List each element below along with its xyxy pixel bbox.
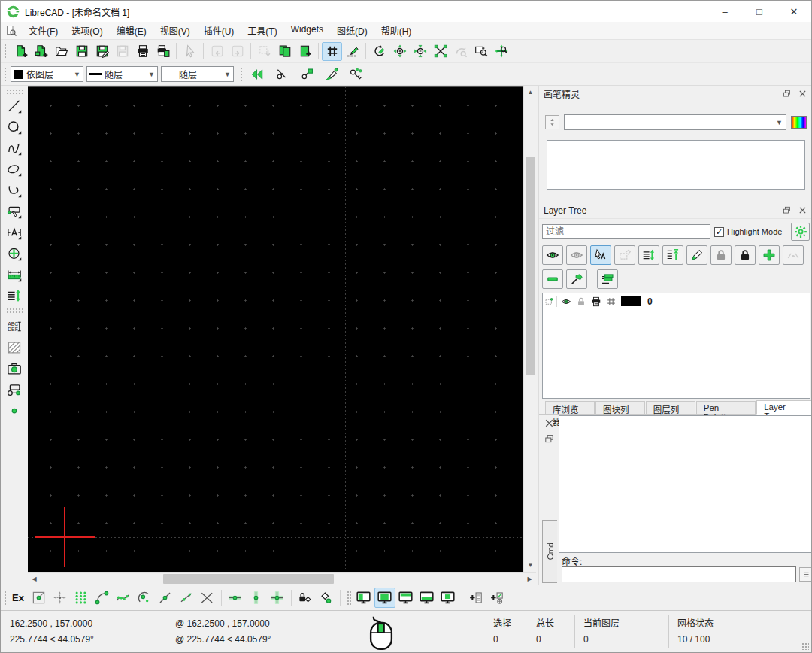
command-input[interactable] — [562, 566, 796, 582]
tab-pen-palette[interactable]: Pen Palette — [696, 401, 756, 414]
menu-item-3[interactable]: 视图(V) — [153, 22, 197, 39]
toolbar-drag-handle[interactable] — [6, 89, 23, 94]
show-all-layers-button[interactable] — [542, 245, 563, 265]
menu-item-1[interactable]: 选项(O) — [65, 22, 109, 39]
zoom-in-button[interactable] — [389, 42, 410, 61]
zoom-window-button[interactable] — [471, 42, 491, 61]
tool-hatch-button[interactable] — [3, 337, 26, 358]
tool-block-button[interactable] — [3, 379, 26, 400]
restrict-orthogonal-button[interactable] — [267, 588, 288, 608]
layer-filter-input[interactable] — [542, 224, 710, 239]
undo-button[interactable] — [207, 42, 227, 61]
close-button[interactable]: ✕ — [777, 1, 811, 22]
zoom-out-button[interactable] — [410, 42, 430, 61]
print-button[interactable] — [132, 42, 153, 61]
zoom-pan-button[interactable] — [491, 42, 511, 61]
back-button[interactable] — [247, 65, 267, 84]
add-drawing-widget-button[interactable] — [486, 588, 508, 608]
snap-on-entity-button[interactable] — [113, 588, 134, 608]
tool-measure-button[interactable] — [3, 264, 26, 285]
pen-wizard-updown-button[interactable] — [545, 115, 559, 129]
tool-image-button[interactable] — [3, 358, 26, 379]
tool-circle-button[interactable] — [3, 117, 26, 138]
tool-dimension-button[interactable] — [3, 222, 26, 243]
tool-ellipse-button[interactable] — [3, 159, 26, 180]
snap-grid-button[interactable] — [50, 588, 71, 608]
copy-pen-button[interactable] — [321, 65, 341, 84]
drawing-canvas[interactable] — [28, 86, 523, 572]
pen-linetype-combo[interactable]: 随层 ▼ — [161, 66, 234, 82]
vertical-scroll-thumb[interactable] — [526, 157, 535, 375]
construction-layer-icon[interactable] — [544, 296, 557, 307]
copy-button[interactable] — [274, 42, 295, 61]
close-panel-icon[interactable] — [797, 88, 808, 99]
dock-area-bottom-button[interactable] — [417, 588, 438, 608]
menu-item-4[interactable]: 插件(U) — [197, 22, 241, 39]
move-layer-to-top-button[interactable] — [662, 245, 683, 265]
menu-item-0[interactable]: 文件(F) — [22, 22, 65, 39]
layer-row[interactable]: 0 — [543, 293, 810, 309]
toolbar-drag-handle[interactable] — [346, 590, 351, 606]
save-file-button[interactable] — [71, 42, 92, 61]
layer-print-icon[interactable] — [589, 296, 602, 307]
dock-area-floating-button[interactable] — [438, 588, 459, 608]
toolbar-drag-handle[interactable] — [3, 590, 8, 606]
sort-layers-button[interactable] — [638, 245, 659, 265]
toggle-grid-button[interactable] — [322, 42, 342, 61]
minimize-button[interactable]: – — [707, 1, 742, 22]
tool-circle-center-button[interactable] — [3, 243, 26, 264]
toggle-construction-layer-button[interactable] — [783, 245, 804, 265]
save-as-button[interactable] — [92, 42, 112, 61]
add-command-widget-button[interactable] — [465, 588, 486, 608]
lock-all-layers-button[interactable] — [735, 245, 756, 265]
tool-order-button[interactable] — [3, 285, 26, 306]
apply-pen-to-entity-button[interactable] — [296, 65, 317, 84]
toolbar-drag-handle[interactable] — [3, 43, 8, 59]
layer-lock-icon[interactable] — [574, 296, 587, 307]
pen-color-combo[interactable]: 依图层 ▼ — [11, 66, 83, 82]
move-entities-to-layer-button[interactable] — [597, 269, 618, 289]
toolbar-drag-handle[interactable] — [3, 66, 8, 83]
horizontal-scrollbar[interactable]: ◀ ▶ — [28, 572, 536, 585]
redraw-button[interactable] — [369, 42, 389, 61]
tool-curve-button[interactable] — [3, 180, 26, 201]
dim-other-layers-button[interactable] — [614, 245, 635, 265]
new-file-button[interactable] — [11, 42, 31, 61]
layer-list[interactable]: 0 — [542, 293, 810, 399]
new-from-template-button[interactable] — [31, 42, 51, 61]
restrict-vertical-button[interactable] — [246, 588, 267, 608]
float-panel-icon[interactable] — [544, 433, 555, 445]
float-panel-icon[interactable] — [781, 88, 792, 99]
tab-library-browser[interactable]: 库浏览器 — [545, 401, 595, 414]
copy-pen-to-selection-button[interactable] — [346, 65, 366, 84]
snap-free-button[interactable] — [29, 588, 50, 608]
tab-layer-list[interactable]: 图层列表 — [646, 401, 695, 414]
layer-construction-grid-icon[interactable] — [604, 296, 617, 307]
dock-area-top-button[interactable] — [395, 588, 417, 608]
tool-mtext-button[interactable]: ABCDEF — [3, 316, 26, 337]
paste-button[interactable] — [295, 42, 315, 61]
snap-middle-button[interactable] — [155, 588, 176, 608]
maximize-button[interactable]: □ — [742, 1, 777, 22]
set-relative-zero-button[interactable] — [316, 588, 337, 608]
menu-item-6[interactable]: Widgets — [284, 22, 330, 39]
layer-name[interactable]: 0 — [647, 296, 653, 307]
tool-line-button[interactable] — [3, 96, 26, 117]
command-tab[interactable]: Cmd — [542, 520, 557, 583]
tool-point-button[interactable] — [3, 400, 26, 421]
cut-button[interactable] — [254, 42, 274, 61]
scroll-up-icon[interactable]: ▲ — [524, 86, 537, 99]
float-panel-icon[interactable] — [781, 205, 792, 216]
tool-spline-button[interactable] — [3, 138, 26, 159]
open-file-button[interactable] — [51, 42, 71, 61]
layer-color-swatch[interactable] — [621, 296, 641, 306]
snap-points-button[interactable] — [71, 588, 92, 608]
menu-item-2[interactable]: 编辑(E) — [110, 22, 153, 39]
menu-item-8[interactable]: 帮助(H) — [374, 22, 419, 39]
horizontal-scroll-thumb[interactable] — [163, 574, 334, 584]
scroll-down-icon[interactable]: ▼ — [524, 559, 537, 572]
command-history[interactable] — [559, 415, 812, 553]
tab-block-list[interactable]: 图块列表 — [595, 401, 645, 414]
dock-area-left-button[interactable] — [353, 588, 374, 608]
unlock-all-layers-button[interactable] — [710, 245, 732, 265]
